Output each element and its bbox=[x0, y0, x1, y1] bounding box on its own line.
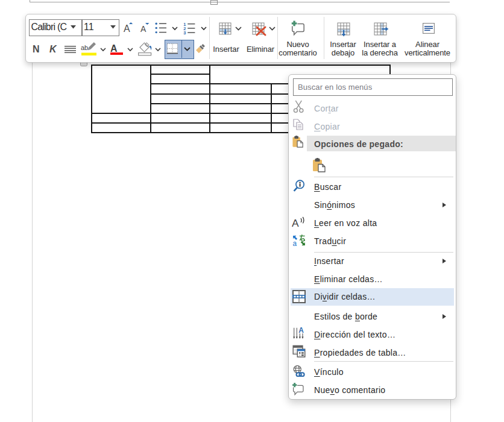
svg-text:3: 3 bbox=[183, 30, 186, 34]
svg-text:a: a bbox=[292, 239, 297, 247]
svg-text:A: A bbox=[298, 326, 304, 335]
svg-text:ab: ab bbox=[81, 44, 88, 51]
svg-text:A: A bbox=[292, 216, 299, 228]
